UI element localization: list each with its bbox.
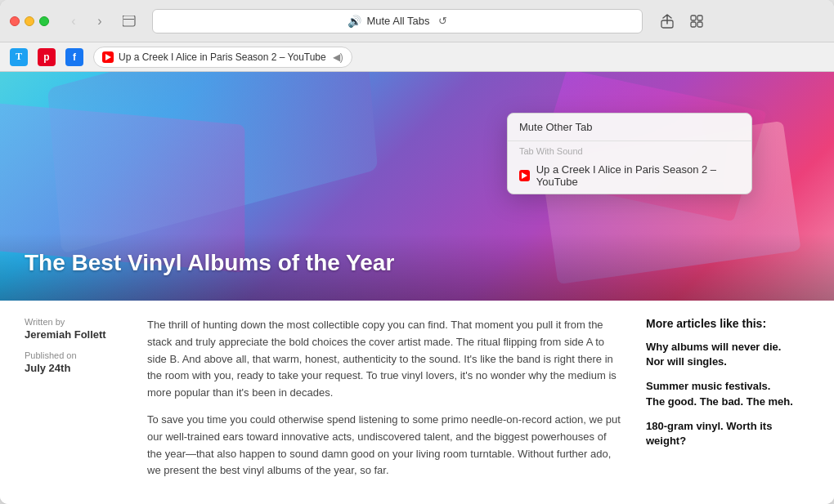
address-bar-title: Mute All Tabs	[366, 15, 429, 27]
mute-other-tab-label: Mute Other Tab	[519, 121, 592, 133]
svg-rect-1	[123, 19, 134, 20]
svg-rect-4	[697, 16, 702, 20]
bookmark-facebook[interactable]: f	[65, 48, 83, 66]
written-by-label: Written by	[25, 317, 123, 327]
title-bar: ‹ › 🔊 Mute All Tabs ↺	[0, 0, 834, 42]
tab-overview-button[interactable]	[118, 10, 141, 33]
article-sidebar: More articles like this: Why albums will…	[646, 317, 809, 489]
reload-icon: ↺	[438, 15, 447, 27]
share-button[interactable]	[654, 10, 680, 33]
back-button[interactable]: ‹	[62, 10, 85, 33]
bookmarks-bar: T p f Up a Creek I Alice in Paris Season…	[0, 42, 834, 72]
toolbar-right	[654, 10, 710, 33]
publish-date: July 24th	[25, 362, 123, 374]
bookmark-pinterest[interactable]: p	[38, 48, 56, 66]
article-body: The thrill of hunting down the most coll…	[147, 317, 621, 489]
mute-other-tab-item[interactable]: Mute Other Tab	[508, 114, 751, 140]
menu-youtube-favicon	[519, 170, 530, 181]
sidebar-item-3[interactable]: 180-gram vinyl. Worth its weight?	[646, 419, 809, 448]
tab-title: Up a Creek I Alice in Paris Season 2 – Y…	[119, 51, 326, 63]
youtube-play-icon	[105, 54, 111, 60]
bookmark-twitter[interactable]: T	[10, 48, 28, 66]
tab-sound-indicator: ◀)	[333, 51, 343, 63]
sidebar-item-1[interactable]: Why albums will never die.Nor will singl…	[646, 340, 809, 369]
traffic-lights	[10, 16, 49, 26]
svg-rect-5	[691, 22, 696, 27]
nav-buttons: ‹ ›	[62, 10, 111, 33]
browser-window: ‹ › 🔊 Mute All Tabs ↺	[0, 0, 834, 504]
dropdown-menu: Mute Other Tab Tab With Sound Up a Creek…	[507, 113, 752, 194]
content-area: The Best Vinyl Albums of the Year Writte…	[0, 72, 834, 504]
tabs-button[interactable]	[684, 10, 710, 33]
youtube-favicon	[102, 51, 114, 63]
menu-youtube-play-icon	[522, 172, 527, 179]
author-name: Jeremiah Follett	[25, 328, 123, 341]
menu-youtube-tab[interactable]: Up a Creek I Alice in Paris Season 2 – Y…	[508, 158, 751, 194]
minimize-button[interactable]	[25, 16, 34, 26]
menu-tab-title: Up a Creek I Alice in Paris Season 2 – Y…	[536, 163, 740, 188]
hero-title: The Best Vinyl Albums of the Year	[25, 250, 809, 276]
published-label: Published on	[25, 350, 123, 360]
svg-rect-0	[123, 16, 135, 26]
maximize-button[interactable]	[39, 16, 49, 26]
active-tab[interactable]: Up a Creek I Alice in Paris Season 2 – Y…	[93, 47, 352, 68]
svg-rect-3	[691, 16, 696, 20]
sound-icon: 🔊	[348, 15, 361, 28]
article-paragraph-1: The thrill of hunting down the most coll…	[147, 317, 621, 402]
address-bar[interactable]: 🔊 Mute All Tabs ↺	[152, 9, 643, 33]
hero-overlay: The Best Vinyl Albums of the Year	[0, 234, 834, 301]
forward-button[interactable]: ›	[88, 10, 111, 33]
sidebar-heading: More articles like this:	[646, 317, 809, 330]
article-meta: Written by Jeremiah Follett Published on…	[25, 317, 123, 489]
tab-with-sound-header: Tab With Sound	[508, 141, 751, 158]
svg-rect-6	[697, 22, 702, 27]
article-content: Written by Jeremiah Follett Published on…	[0, 301, 834, 504]
article-paragraph-2: To save you time you could otherwise spe…	[147, 412, 621, 479]
close-button[interactable]	[10, 16, 20, 26]
sidebar-item-2[interactable]: Summer music festivals.The good. The bad…	[646, 379, 809, 408]
